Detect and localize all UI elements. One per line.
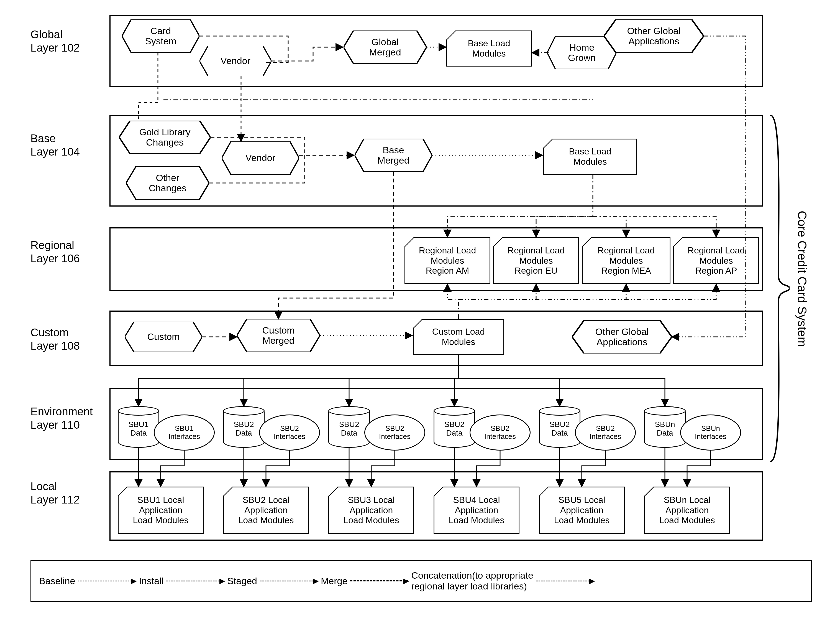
ell-sbu5-interfaces: SBU2 Interfaces (575, 414, 636, 451)
hex-gold-library-changes: Gold Library Changes (119, 121, 211, 154)
cyl-sbu3-data: SBU2 Data (328, 406, 370, 448)
ell-sbu1-interfaces: SBU1 Interfaces (154, 414, 215, 451)
mod-region-eu: Regional Load Modules Region EU (493, 237, 579, 284)
cyl-sbu5-data: SBU2 Data (539, 406, 580, 448)
mod-region-am: Regional Load Modules Region AM (404, 237, 490, 284)
label-global-layer: Global Layer 102 (31, 28, 80, 54)
arrow-icon (536, 581, 594, 582)
diagram-stage: Global Layer 102 Base Layer 104 Regional… (0, 0, 840, 623)
label-core-credit-card-system: Core Credit Card System (795, 211, 809, 347)
ell-sbu2-interfaces: SBU2 Interfaces (259, 414, 320, 451)
hex-vendor-global: Vendor (199, 46, 271, 76)
label-environment-layer: Environment Layer 110 (31, 405, 93, 431)
hex-other-changes: Other Changes (126, 166, 209, 199)
legend-install: Install (139, 575, 224, 586)
hex-global-merged: Global Merged (344, 31, 427, 64)
cyl-sbu4-data: SBU2 Data (434, 406, 475, 448)
ell-sbu4-interfaces: SBU2 Interfaces (470, 414, 531, 451)
legend: Baseline Install Staged Merge Concatenat… (31, 560, 812, 602)
hex-other-global-apps-custom: Other Global Applications (572, 320, 672, 353)
hex-custom-merged: Custom Merged (237, 319, 320, 352)
arrow-icon (78, 581, 136, 582)
ell-sbu3-interfaces: SBU2 Interfaces (364, 414, 425, 451)
mod-region-ap: Regional Load Modules Region AP (673, 237, 759, 284)
mod-base-load: Base Load Modules (543, 139, 637, 175)
cyl-sbun-data: SBUn Data (644, 406, 686, 448)
cyl-sbu2-data: SBU2 Data (223, 406, 265, 448)
mod-sbu2-local: SBU2 Local Application Load Modules (223, 486, 309, 534)
arrow-icon (260, 581, 318, 582)
brace-core-system (767, 115, 790, 462)
mod-sbu1-local: SBU1 Local Application Load Modules (118, 486, 203, 534)
mod-sbu3-local: SBU3 Local Application Load Modules (328, 486, 414, 534)
legend-concat: Concatenation(to appropriate regional la… (411, 570, 594, 592)
hex-card-system: Card System (122, 19, 199, 53)
mod-sbu5-local: SBU5 Local Application Load Modules (539, 486, 625, 534)
mod-sbun-local: SBUn Local Application Load Modules (644, 486, 730, 534)
label-base-layer: Base Layer 104 (31, 132, 80, 158)
mod-sbu4-local: SBU4 Local Application Load Modules (434, 486, 519, 534)
hex-other-global-apps-top: Other Global Applications (604, 19, 704, 53)
mod-region-mea: Regional Load Modules Region MEA (582, 237, 670, 284)
label-local-layer: Local Layer 112 (31, 480, 80, 506)
hex-vendor-base: Vendor (222, 141, 299, 175)
cyl-sbu1-data: SBU1 Data (118, 406, 159, 448)
ell-sbun-interfaces: SBUn Interfaces (680, 414, 741, 451)
label-regional-layer: Regional Layer 106 (31, 238, 80, 265)
hex-base-merged: Base Merged (355, 139, 432, 172)
legend-staged: Staged (227, 575, 318, 586)
label-custom-layer: Custom Layer 108 (31, 326, 80, 352)
mod-global-base-load: Base Load Modules (446, 31, 532, 66)
hex-custom: Custom (125, 322, 202, 352)
legend-merge: Merge (321, 575, 409, 586)
arrow-icon (350, 580, 409, 582)
mod-custom-load: Custom Load Modules (413, 319, 504, 355)
arrow-icon (166, 581, 224, 582)
legend-baseline: Baseline (39, 575, 136, 586)
